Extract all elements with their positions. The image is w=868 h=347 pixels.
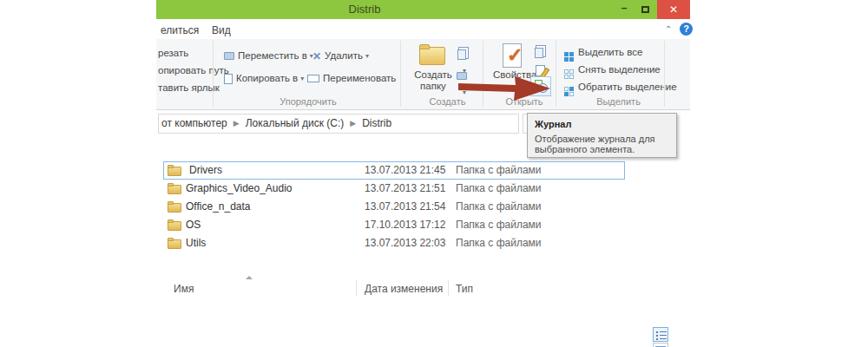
ribbon-item-copy-path[interactable]: опировать путь bbox=[158, 65, 229, 75]
open-button[interactable] bbox=[533, 44, 548, 59]
breadcrumb: от компьютер▶Локальный диск (C:)▶Distrib bbox=[158, 114, 519, 129]
file-name: Drivers bbox=[189, 161, 222, 180]
file-list: Drivers 13.07.2013 21:45 Папка с файлами… bbox=[156, 161, 690, 252]
delete-button[interactable]: ✕Удалить bbox=[312, 50, 369, 62]
copy-to-button[interactable]: Копировать в bbox=[224, 73, 304, 84]
maximize-icon bbox=[641, 6, 649, 13]
column-divider bbox=[448, 280, 449, 296]
column-header-date[interactable]: Дата изменения bbox=[365, 283, 443, 295]
move-to-icon bbox=[224, 52, 234, 60]
new-item-button[interactable] bbox=[456, 46, 470, 61]
group-label-organize: Упорядочить bbox=[260, 96, 356, 107]
select-all-icon bbox=[564, 52, 574, 62]
file-row[interactable]: Utils 13.07.2013 22:03 Папка с файлами bbox=[163, 234, 625, 252]
file-type: Папка с файлами bbox=[456, 198, 542, 216]
explorer-window: Distrib – ✕ елиться Вид ⌃ ? резать опиро… bbox=[156, 0, 690, 347]
ribbon-item-cut[interactable]: резать bbox=[158, 48, 188, 58]
screenshot-canvas: Distrib – ✕ елиться Вид ⌃ ? резать опиро… bbox=[0, 0, 868, 347]
file-type: Папка с файлами bbox=[456, 216, 542, 234]
breadcrumb-separator-icon: ▶ bbox=[350, 119, 356, 128]
tooltip-body: Отображение журнала для выбранного элеме… bbox=[535, 134, 674, 154]
file-type: Папка с файлами bbox=[456, 234, 542, 252]
column-header-name[interactable]: Имя bbox=[174, 283, 194, 295]
select-none-icon bbox=[564, 69, 574, 79]
properties-icon: ✓ bbox=[503, 43, 522, 68]
delete-icon: ✕ bbox=[312, 50, 321, 62]
tab-view[interactable]: Вид bbox=[208, 23, 234, 38]
group-divider bbox=[556, 41, 556, 107]
ribbon-tab-row: елиться Вид ⌃ ? bbox=[156, 19, 690, 39]
file-type: Папка с файлами bbox=[456, 161, 542, 180]
breadcrumb-local-disk[interactable]: Локальный диск (C:) bbox=[246, 117, 345, 129]
chevron-up-icon[interactable]: ⌃ bbox=[665, 24, 672, 34]
folder-icon bbox=[168, 219, 182, 231]
ribbon-item-paste-shortcut[interactable]: тавить ярлык bbox=[158, 82, 220, 93]
folder-icon bbox=[168, 201, 182, 213]
tooltip-title: Журнал bbox=[535, 119, 669, 129]
column-divider bbox=[356, 280, 357, 296]
file-date: 13.07.2013 21:45 bbox=[365, 161, 445, 180]
title-bar[interactable]: Distrib – ✕ bbox=[156, 0, 690, 19]
file-name: OS bbox=[186, 216, 201, 234]
window-title: Distrib bbox=[334, 3, 395, 16]
file-name: Utils bbox=[186, 234, 206, 252]
history-tooltip: Журнал Отображение журнала для выбранног… bbox=[527, 113, 677, 158]
help-icon[interactable]: ? bbox=[680, 23, 693, 36]
file-date: 13.07.2013 21:54 bbox=[365, 198, 445, 216]
group-divider bbox=[664, 41, 665, 107]
group-divider bbox=[213, 41, 214, 107]
invert-selection-button[interactable]: Обратить выделение bbox=[564, 82, 677, 96]
thumbnails-view-button[interactable] bbox=[653, 343, 668, 347]
sort-ascending-icon bbox=[246, 276, 253, 279]
breadcrumb-this-pc[interactable]: от компьютер bbox=[161, 117, 227, 129]
view-toggles bbox=[653, 327, 690, 347]
file-name: Graphics_Video_Audio bbox=[186, 180, 293, 198]
ribbon: резать опировать путь тавить ярлык Перем… bbox=[156, 39, 690, 110]
new-folder-button[interactable]: Создатьпапку bbox=[411, 44, 456, 92]
file-date: 13.07.2013 22:03 bbox=[365, 234, 445, 252]
file-row[interactable]: OS 17.10.2013 17:12 Папка с файлами bbox=[163, 216, 625, 234]
file-date: 17.10.2013 17:12 bbox=[365, 216, 445, 234]
folder-icon bbox=[168, 183, 182, 194]
open-icon bbox=[535, 48, 543, 58]
copy-to-icon bbox=[224, 74, 233, 84]
move-to-button[interactable]: Переместить в bbox=[224, 50, 313, 61]
group-divider bbox=[400, 41, 401, 107]
select-none-button[interactable]: Снять выделение bbox=[564, 64, 661, 79]
file-row[interactable]: Drivers 13.07.2013 21:45 Папка с файлами bbox=[163, 161, 625, 180]
maximize-button[interactable] bbox=[635, 0, 655, 19]
file-date: 13.07.2013 21:51 bbox=[365, 180, 445, 198]
tab-share[interactable]: елиться bbox=[157, 23, 202, 38]
red-arrow-annotation bbox=[458, 73, 554, 104]
group-label-select: Выделить bbox=[564, 96, 673, 107]
file-name: Office_n_data bbox=[186, 198, 251, 216]
select-all-button[interactable]: Выделить все bbox=[564, 47, 642, 62]
file-row[interactable]: Graphics_Video_Audio 13.07.2013 21:51 Па… bbox=[163, 180, 625, 198]
close-button[interactable]: ✕ bbox=[657, 0, 690, 19]
folder-icon bbox=[168, 238, 182, 249]
invert-selection-icon bbox=[564, 87, 574, 96]
new-item-icon bbox=[457, 49, 466, 60]
file-type: Папка с файлами bbox=[456, 180, 542, 198]
minimize-button[interactable]: – bbox=[614, 0, 635, 19]
folder-icon bbox=[168, 165, 182, 176]
rename-icon bbox=[307, 75, 319, 82]
breadcrumb-separator-icon: ▶ bbox=[233, 119, 240, 128]
column-header-type[interactable]: Тип bbox=[456, 283, 473, 295]
details-view-button[interactable] bbox=[653, 327, 668, 342]
rename-button[interactable]: Переименовать bbox=[307, 73, 396, 83]
breadcrumb-current-folder[interactable]: Distrib bbox=[362, 117, 391, 129]
file-row[interactable]: Office_n_data 13.07.2013 21:54 Папка с ф… bbox=[163, 198, 625, 216]
new-folder-icon bbox=[419, 44, 447, 67]
